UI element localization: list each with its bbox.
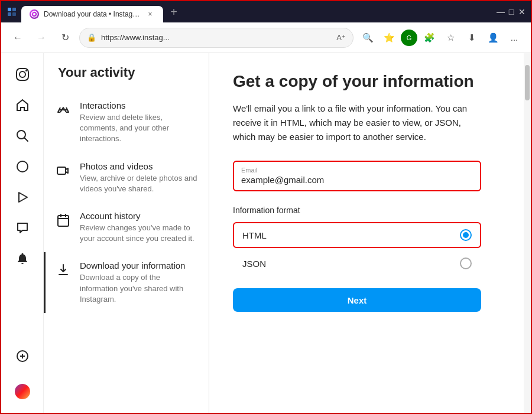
interactions-desc: Review and delete likes, comments, and y…: [80, 112, 199, 145]
interactions-title: Interactions: [80, 100, 199, 110]
svg-point-5: [33, 13, 35, 15]
email-label: Email: [241, 167, 473, 174]
html-radio-wrapper: [460, 229, 472, 241]
lock-icon: 🔒: [87, 33, 96, 42]
close-button[interactable]: ✕: [518, 8, 526, 16]
format-section: Information format HTML JSON: [233, 206, 500, 276]
downloads-button[interactable]: ⬇: [462, 28, 481, 47]
email-input[interactable]: [241, 175, 473, 185]
minimize-button[interactable]: —: [497, 8, 505, 16]
content-title: Get a copy of your information: [233, 72, 500, 91]
sidebar-search-icon[interactable]: [8, 122, 37, 150]
avatar-image: [15, 384, 30, 399]
nav-item-account-history[interactable]: Account history Review changes you've ma…: [44, 203, 209, 252]
html-radio-inner: [463, 232, 469, 238]
download-info-content: Download your information Download a cop…: [80, 260, 199, 305]
extensions-button[interactable]: 🧩: [420, 28, 439, 47]
photos-videos-content: Photos and videos View, archive or delet…: [80, 161, 199, 194]
nav-toolbar: 🔍 ⭐ G 🧩 ☆ ⬇ 👤 ...: [358, 28, 524, 47]
svg-rect-3: [12, 12, 16, 16]
sidebar-avatar[interactable]: [8, 377, 37, 406]
collections-button[interactable]: ☆: [441, 28, 460, 47]
sidebar-messages-icon[interactable]: [8, 214, 37, 242]
download-info-title: Download your information: [80, 260, 199, 270]
next-button[interactable]: Next: [233, 288, 481, 312]
title-bar: Download your data • Instagram × + — □ ✕: [1, 1, 531, 22]
svg-marker-13: [19, 193, 27, 202]
browser-frame: Download your data • Instagram × + — □ ✕…: [0, 0, 532, 414]
forward-button[interactable]: →: [32, 28, 51, 47]
photos-videos-desc: View, archive or delete photos and video…: [80, 173, 199, 194]
active-tab[interactable]: Download your data • Instagram ×: [21, 6, 163, 22]
html-radio-outer: [460, 229, 472, 241]
sidebar-icons: [1, 53, 44, 413]
sidebar-instagram-logo[interactable]: [8, 60, 37, 89]
back-button[interactable]: ←: [8, 28, 27, 47]
svg-rect-0: [8, 8, 11, 11]
sidebar-create-icon[interactable]: [8, 342, 37, 370]
sidebar-home-icon[interactable]: [8, 91, 37, 119]
nav-panel: Your activity Interactions Review and de…: [44, 53, 209, 413]
nav-item-photos-videos[interactable]: Photos and videos View, archive or delet…: [44, 153, 209, 203]
favorites-button[interactable]: ⭐: [379, 28, 398, 47]
nav-item-download-info[interactable]: Download your information Download a cop…: [44, 252, 209, 313]
photos-videos-title: Photos and videos: [80, 161, 199, 171]
profile-button[interactable]: 👤: [484, 28, 502, 47]
sidebar-explore-icon[interactable]: [8, 152, 37, 181]
svg-line-10: [24, 138, 28, 142]
content-description: We'll email you a link to a file with yo…: [233, 102, 481, 144]
svg-point-8: [25, 70, 27, 71]
window-icon: [6, 6, 18, 18]
svg-marker-12: [20, 164, 25, 169]
download-info-icon: [55, 262, 72, 278]
search-nav-button[interactable]: 🔍: [358, 28, 377, 47]
nav-panel-title: Your activity: [44, 65, 209, 92]
nav-item-interactions[interactable]: Interactions Review and delete likes, co…: [44, 92, 209, 153]
main-area: Your activity Interactions Review and de…: [1, 53, 531, 413]
svg-rect-1: [12, 8, 16, 11]
scrollbar-thumb[interactable]: [525, 65, 530, 100]
sidebar-notifications-icon[interactable]: [8, 245, 37, 273]
account-history-title: Account history: [80, 211, 199, 221]
svg-rect-19: [58, 216, 69, 226]
svg-point-7: [20, 71, 25, 77]
tab-bar: Download your data • Instagram × +: [21, 1, 493, 22]
address-bar[interactable]: 🔒 https://www.instag... A⁺: [79, 28, 353, 48]
sidebar-reels-icon[interactable]: [8, 183, 37, 211]
email-field-wrapper: Email: [233, 161, 481, 191]
format-option-json-label: JSON: [242, 259, 266, 269]
maximize-button[interactable]: □: [507, 8, 515, 16]
account-history-icon: [55, 212, 72, 229]
new-tab-button[interactable]: +: [166, 4, 182, 20]
content-area: Get a copy of your information We'll ema…: [209, 53, 524, 413]
svg-rect-2: [8, 12, 11, 16]
address-text: https://www.instag...: [101, 33, 332, 42]
interactions-content: Interactions Review and delete likes, co…: [80, 100, 199, 145]
format-option-html[interactable]: HTML: [233, 222, 481, 248]
tab-close-button[interactable]: ×: [145, 9, 155, 19]
account-history-content: Account history Review changes you've ma…: [80, 211, 199, 244]
svg-rect-18: [57, 167, 66, 174]
photos-videos-icon: [55, 162, 72, 179]
window-controls: — □ ✕: [497, 8, 526, 16]
interactions-icon: [55, 102, 72, 118]
email-field-group: Email: [233, 161, 481, 191]
format-option-json[interactable]: JSON: [233, 250, 481, 276]
navigation-bar: ← → ↻ 🔒 https://www.instag... A⁺ 🔍 ⭐ G 🧩…: [1, 22, 531, 53]
json-radio-outer: [460, 257, 472, 269]
settings-more-button[interactable]: ...: [505, 28, 524, 47]
refresh-button[interactable]: ↻: [56, 28, 74, 47]
format-options: HTML JSON: [233, 222, 481, 276]
format-option-html-label: HTML: [242, 230, 267, 240]
tab-title: Download your data • Instagram: [44, 10, 141, 18]
scrollbar[interactable]: [524, 53, 531, 413]
tab-favicon: [30, 9, 39, 19]
account-history-desc: Review changes you've made to your accou…: [80, 223, 199, 244]
download-info-desc: Download a copy of the information you'v…: [80, 272, 199, 305]
format-label: Information format: [233, 206, 500, 215]
svg-point-11: [17, 161, 28, 172]
reader-view-icon: A⁺: [336, 33, 346, 42]
profile-circle-button[interactable]: G: [401, 30, 417, 46]
